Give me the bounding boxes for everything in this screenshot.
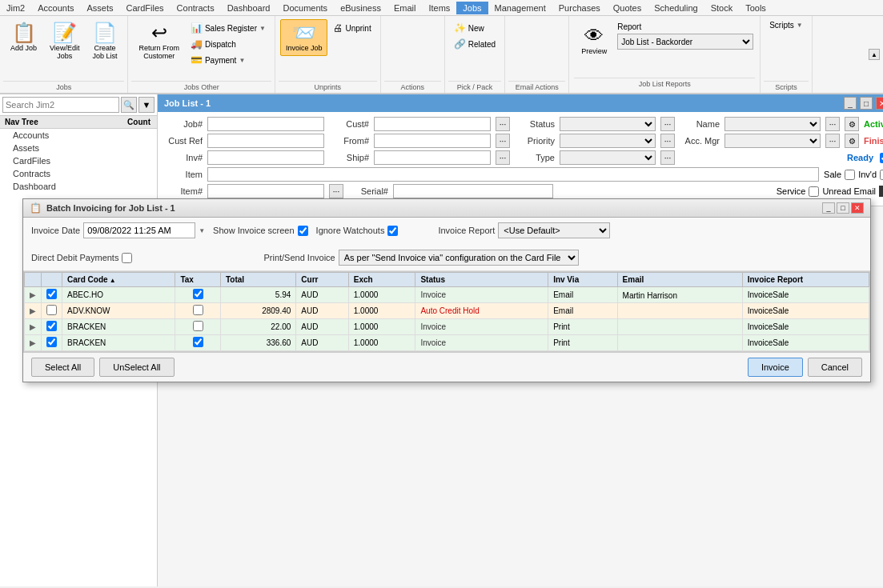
row-checkbox-1[interactable]	[42, 303, 62, 319]
preview-button[interactable]: 👁 Preview	[576, 22, 612, 59]
cust-ellipsis-button[interactable]: ···	[496, 117, 510, 131]
row-check-input-1[interactable]	[46, 305, 57, 315]
acc-mgr-select[interactable]	[724, 134, 821, 148]
dialog-restore-button[interactable]: □	[837, 202, 849, 214]
priority-ellipsis[interactable]: ···	[660, 134, 675, 148]
new-button[interactable]: ✨ New	[450, 21, 500, 35]
menu-items[interactable]: Items	[422, 2, 456, 14]
menu-documents[interactable]: Documents	[276, 2, 334, 14]
item-num-input[interactable]	[207, 184, 324, 198]
name-gear-button[interactable]: ⚙	[845, 117, 859, 131]
menu-tools[interactable]: Tools	[739, 2, 773, 14]
invoice-date-dropdown-icon[interactable]: ▼	[199, 227, 205, 234]
menu-ebusiness[interactable]: eBusiness	[334, 2, 387, 14]
row-expand-2[interactable]: ▶	[25, 319, 42, 335]
col-exch[interactable]: Exch	[348, 273, 415, 287]
row-tax-0[interactable]	[175, 287, 221, 303]
row-checkbox-0[interactable]	[42, 287, 62, 303]
ship-input[interactable]	[374, 150, 491, 165]
ready-checkbox[interactable]	[880, 153, 883, 163]
col-curr[interactable]: Curr	[296, 273, 348, 287]
col-inv-via[interactable]: Inv Via	[548, 273, 617, 287]
select-all-button[interactable]: Select All	[31, 358, 94, 377]
search-input[interactable]	[2, 97, 119, 113]
ignore-watchouts-checkbox[interactable]	[387, 226, 398, 236]
row-expand-0[interactable]: ▶	[25, 287, 42, 303]
menu-dashboard[interactable]: Dashboard	[221, 2, 277, 14]
invoice-date-input[interactable]	[83, 222, 195, 238]
menu-scheduling[interactable]: Scheduling	[648, 2, 704, 14]
invoice-button[interactable]: Invoice	[748, 358, 803, 377]
cust-input[interactable]	[374, 117, 491, 131]
item-num-ellipsis[interactable]: ···	[329, 184, 343, 198]
sidebar-item-accounts[interactable]: Accounts	[0, 129, 157, 142]
print-send-invoice-select[interactable]: As per "Send Invoice via" configuration …	[339, 250, 579, 266]
col-card-code[interactable]: Card Code	[62, 273, 175, 287]
menu-purchases[interactable]: Purchases	[552, 2, 607, 14]
row-tax-2[interactable]	[175, 319, 221, 335]
search-options-button[interactable]: ▼	[138, 97, 155, 113]
acc-mgr-gear-button[interactable]: ⚙	[845, 134, 859, 148]
show-invoice-screen-checkbox[interactable]	[298, 226, 308, 236]
service-checkbox[interactable]	[809, 186, 819, 197]
ship-ellipsis-button[interactable]: ···	[496, 150, 510, 165]
create-job-list-button[interactable]: 📄 CreateJob List	[86, 19, 122, 64]
cancel-button[interactable]: Cancel	[808, 358, 862, 377]
dispatch-button[interactable]: 🚚 Dispatch	[187, 37, 270, 51]
unprint-button[interactable]: 🖨 Unprint	[329, 21, 375, 35]
add-job-button[interactable]: 📋 Add Job	[5, 19, 42, 56]
acc-mgr-ellipsis[interactable]: ···	[825, 134, 840, 148]
row-tax-input-2[interactable]	[193, 321, 203, 331]
row-tax-3[interactable]	[175, 335, 221, 351]
cust-ref-input[interactable]	[207, 134, 324, 148]
row-tax-input-0[interactable]	[193, 289, 203, 299]
return-from-customer-button[interactable]: ↩ Return FromCustomer	[133, 19, 185, 64]
type-select[interactable]	[560, 150, 656, 165]
menu-contracts[interactable]: Contracts	[171, 2, 221, 14]
dialog-minimize-button[interactable]: _	[822, 202, 835, 214]
name-select[interactable]	[724, 117, 821, 131]
close-job-list-button[interactable]: ✕	[876, 97, 883, 110]
col-total[interactable]: Total	[221, 273, 296, 287]
sidebar-item-assets[interactable]: Assets	[0, 142, 157, 154]
row-tax-input-1[interactable]	[193, 305, 203, 315]
col-status[interactable]: Status	[415, 273, 548, 287]
row-check-input-0[interactable]	[46, 289, 57, 299]
menu-email[interactable]: Email	[387, 2, 423, 14]
minimize-button[interactable]: _	[844, 97, 857, 110]
job-input[interactable]	[207, 117, 324, 131]
inv-input[interactable]	[207, 150, 324, 165]
from-ellipsis-button[interactable]: ···	[496, 134, 510, 148]
menu-jim2[interactable]: Jim2	[0, 2, 31, 14]
row-tax-1[interactable]	[175, 303, 221, 319]
menu-stock[interactable]: Stock	[704, 2, 740, 14]
menu-management[interactable]: Management	[488, 2, 552, 14]
item-input[interactable]	[207, 167, 819, 182]
priority-select[interactable]	[560, 134, 656, 148]
report-select[interactable]: Job List - Backorder	[617, 34, 753, 50]
menu-cardfiles[interactable]: CardFiles	[120, 2, 171, 14]
menu-accounts[interactable]: Accounts	[31, 2, 80, 14]
row-expand-1[interactable]: ▶	[25, 303, 42, 319]
menu-quotes[interactable]: Quotes	[607, 2, 648, 14]
col-tax[interactable]: Tax	[175, 273, 221, 287]
direct-debit-checkbox[interactable]	[122, 253, 132, 263]
sidebar-item-cardfiles[interactable]: CardFiles	[0, 154, 157, 167]
invoice-job-button[interactable]: 📨 Invoice Job	[280, 19, 328, 56]
sales-register-button[interactable]: 📊 Sales Register ▼	[187, 21, 270, 35]
col-invoice-report[interactable]: Invoice Report	[742, 273, 869, 287]
col-email[interactable]: Email	[617, 273, 742, 287]
row-expand-3[interactable]: ▶	[25, 335, 42, 351]
row-checkbox-3[interactable]	[42, 335, 62, 351]
status-ellipsis[interactable]: ···	[660, 117, 675, 131]
serial-input[interactable]	[393, 184, 553, 198]
menu-assets[interactable]: Assets	[80, 2, 119, 14]
row-checkbox-2[interactable]	[42, 319, 62, 335]
related-button[interactable]: 🔗 Related	[450, 37, 500, 51]
search-button[interactable]: 🔍	[121, 97, 137, 113]
ribbon-scroll-up[interactable]: ▲	[869, 49, 880, 60]
invd-checkbox[interactable]	[880, 170, 883, 180]
unselect-all-button[interactable]: UnSelect All	[99, 358, 174, 377]
dialog-close-button[interactable]: ✕	[851, 202, 864, 214]
scripts-button[interactable]: Scripts ▼	[765, 19, 806, 31]
